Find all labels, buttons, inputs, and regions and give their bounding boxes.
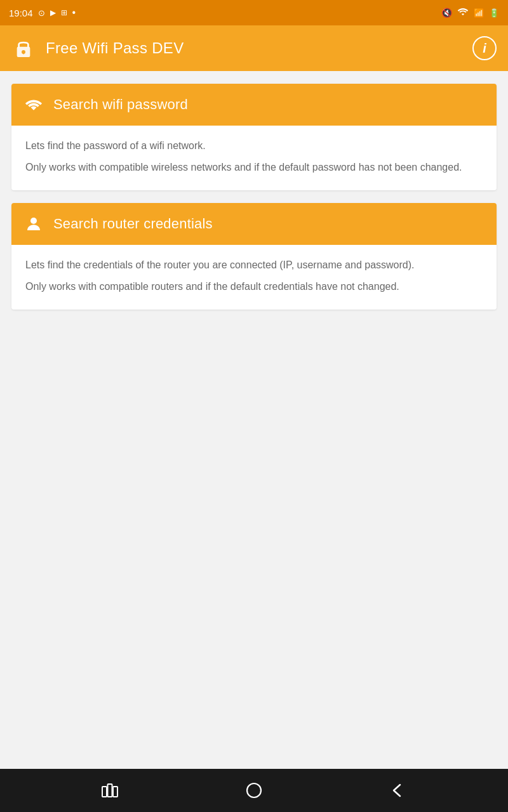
location-icon: ⊙ [38, 8, 45, 18]
status-bar: 19:04 ⊙ ▶ ⊞ • 🔇 📶 🔋 [0, 0, 508, 25]
wifi-status-icon [457, 8, 469, 18]
router-credentials-body: Lets find the credentials of the router … [11, 245, 497, 310]
info-button[interactable]: i [472, 36, 497, 60]
svg-rect-2 [23, 52, 24, 55]
lock-icon [11, 36, 36, 60]
wifi-password-card: Search wifi password Lets find the passw… [11, 84, 497, 190]
wifi-password-title: Search wifi password [53, 96, 188, 113]
router-credentials-desc2: Only works with compatible routers and i… [25, 279, 483, 294]
app-bar-left: Free Wifi Pass DEV [11, 36, 184, 60]
mute-icon: 🔇 [441, 8, 452, 18]
wifi-password-body: Lets find the password of a wifi network… [11, 126, 497, 190]
back-button[interactable] [383, 775, 413, 806]
status-bar-right: 🔇 📶 🔋 [441, 8, 499, 18]
signal-icon: 📶 [474, 8, 484, 18]
status-bar-left: 19:04 ⊙ ▶ ⊞ • [9, 7, 76, 18]
status-time: 19:04 [9, 8, 33, 18]
svg-point-3 [30, 218, 37, 224]
svg-rect-7 [247, 783, 261, 797]
router-credentials-title: Search router credentials [53, 216, 213, 232]
svg-rect-6 [113, 787, 117, 797]
app-bar: Free Wifi Pass DEV i [0, 25, 508, 71]
recent-apps-button[interactable] [95, 775, 125, 806]
dot-indicator: • [72, 7, 76, 18]
person-icon [24, 214, 43, 233]
home-button[interactable] [239, 775, 269, 806]
wifi-password-desc1: Lets find the password of a wifi network… [25, 138, 483, 154]
router-credentials-header[interactable]: Search router credentials [11, 203, 497, 245]
cast-icon: ⊞ [61, 8, 67, 17]
svg-rect-4 [102, 787, 107, 797]
wifi-password-header[interactable]: Search wifi password [11, 84, 497, 126]
battery-icon: 🔋 [489, 8, 499, 18]
wifi-password-desc2: Only works with compatible wireless netw… [25, 160, 483, 175]
wifi-icon [24, 95, 43, 114]
bottom-nav [0, 769, 508, 812]
router-credentials-card: Search router credentials Lets find the … [11, 203, 497, 310]
youtube-icon: ▶ [50, 8, 56, 17]
router-credentials-desc1: Lets find the credentials of the router … [25, 258, 483, 273]
app-title: Free Wifi Pass DEV [46, 39, 184, 57]
main-content: Search wifi password Lets find the passw… [0, 71, 508, 769]
svg-rect-5 [108, 784, 112, 797]
